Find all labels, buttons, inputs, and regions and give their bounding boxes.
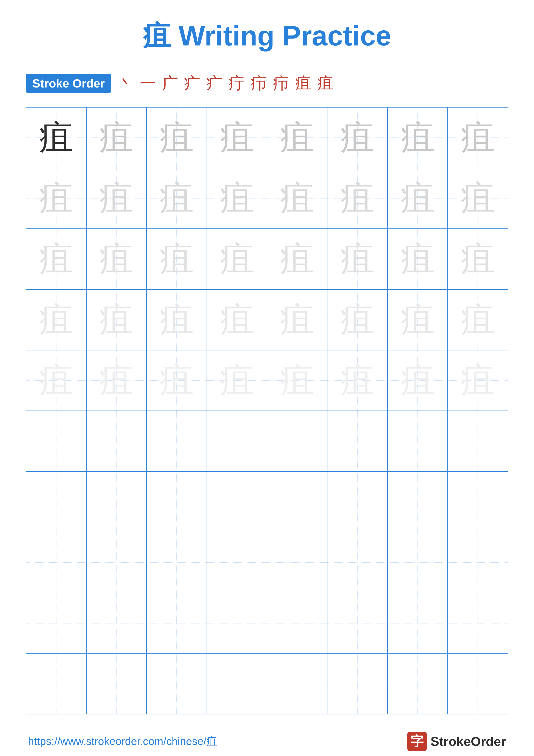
grid-row: 疽 疽 疽 疽 疽 疽 疽 疽 bbox=[26, 168, 508, 229]
grid-cell[interactable] bbox=[87, 532, 147, 593]
grid-cell[interactable]: 疽 bbox=[388, 108, 448, 168]
grid-cell[interactable] bbox=[87, 411, 147, 471]
grid-cell[interactable]: 疽 bbox=[448, 108, 508, 168]
grid-cell[interactable] bbox=[448, 593, 508, 653]
grid-cell[interactable]: 疽 bbox=[87, 350, 147, 411]
grid-cell[interactable] bbox=[207, 593, 267, 653]
grid-cell[interactable] bbox=[448, 411, 508, 471]
page-title: 疽 Writing Practice bbox=[26, 17, 508, 55]
grid-cell[interactable]: 疽 bbox=[147, 168, 207, 229]
grid-cell[interactable]: 疽 bbox=[327, 350, 388, 411]
grid-cell[interactable] bbox=[147, 532, 207, 593]
grid-cell[interactable] bbox=[448, 472, 508, 532]
grid-cell[interactable] bbox=[26, 593, 87, 653]
grid-cell[interactable] bbox=[327, 472, 388, 532]
grid-cell[interactable]: 疽 bbox=[207, 229, 267, 289]
grid-cell[interactable]: 疽 bbox=[26, 168, 87, 229]
grid-cell[interactable] bbox=[327, 532, 388, 593]
grid-cell[interactable]: 疽 bbox=[448, 350, 508, 411]
grid-cell[interactable]: 疽 bbox=[26, 229, 87, 289]
grid-cell[interactable] bbox=[147, 411, 207, 471]
grid-cell[interactable]: 疽 bbox=[87, 168, 147, 229]
grid-cell[interactable]: 疽 bbox=[267, 108, 328, 168]
grid-cell[interactable] bbox=[327, 411, 388, 471]
grid-cell[interactable]: 疽 bbox=[26, 290, 87, 350]
grid-cell[interactable] bbox=[207, 532, 267, 593]
grid-row: 疽 疽 疽 疽 疽 疽 疽 疽 bbox=[26, 108, 508, 168]
grid-cell[interactable]: 疽 bbox=[87, 108, 147, 168]
grid-cell[interactable] bbox=[207, 472, 267, 532]
grid-row bbox=[26, 593, 508, 654]
grid-cell[interactable]: 疽 bbox=[327, 168, 388, 229]
grid-cell[interactable] bbox=[147, 654, 207, 714]
grid-row bbox=[26, 654, 508, 714]
grid-cell[interactable]: 疽 bbox=[26, 108, 87, 168]
brand-text: StrokeOrder bbox=[431, 734, 506, 749]
grid-cell[interactable]: 疽 bbox=[267, 168, 328, 229]
grid-cell[interactable]: 疽 bbox=[448, 229, 508, 289]
grid-cell[interactable]: 疽 bbox=[207, 350, 267, 411]
grid-cell[interactable] bbox=[327, 593, 388, 653]
grid-cell[interactable] bbox=[448, 654, 508, 714]
grid-cell[interactable]: 疽 bbox=[448, 290, 508, 350]
stroke-order-badge: Stroke Order bbox=[26, 74, 111, 93]
grid-cell[interactable] bbox=[388, 411, 448, 471]
grid-cell[interactable]: 疽 bbox=[267, 229, 328, 289]
grid-cell[interactable] bbox=[147, 593, 207, 653]
grid-cell[interactable]: 疽 bbox=[388, 229, 448, 289]
grid-cell[interactable] bbox=[267, 593, 328, 653]
grid-cell[interactable] bbox=[388, 654, 448, 714]
grid-cell[interactable]: 疽 bbox=[327, 108, 388, 168]
grid-cell[interactable]: 疽 bbox=[207, 168, 267, 229]
grid-cell[interactable] bbox=[267, 532, 328, 593]
grid-cell[interactable]: 疽 bbox=[147, 350, 207, 411]
page: 疽 Writing Practice Stroke Order 丶 一 广 疒 … bbox=[0, 0, 534, 756]
stroke-order-row: Stroke Order 丶 一 广 疒 疒 疔 疖 疖 疽 疽 bbox=[26, 72, 508, 94]
grid-cell[interactable] bbox=[26, 654, 87, 714]
grid-cell[interactable]: 疽 bbox=[147, 229, 207, 289]
stroke-order-chars: 丶 一 广 疒 疒 疔 疖 疖 疽 疽 bbox=[117, 72, 337, 94]
grid-cell[interactable]: 疽 bbox=[327, 229, 388, 289]
grid-row bbox=[26, 472, 508, 532]
grid-cell[interactable]: 疽 bbox=[267, 350, 328, 411]
grid-row: 疽 疽 疽 疽 疽 疽 疽 疽 bbox=[26, 350, 508, 411]
grid-cell[interactable] bbox=[388, 472, 448, 532]
grid-cell[interactable]: 疽 bbox=[388, 290, 448, 350]
grid-cell[interactable] bbox=[147, 472, 207, 532]
grid-cell[interactable] bbox=[267, 411, 328, 471]
grid-row: 疽 疽 疽 疽 疽 疽 疽 疽 bbox=[26, 229, 508, 290]
grid-cell[interactable]: 疽 bbox=[388, 168, 448, 229]
footer: https://www.strokeorder.com/chinese/疽 字 … bbox=[26, 732, 508, 751]
grid-cell[interactable] bbox=[26, 411, 87, 471]
grid-cell[interactable] bbox=[388, 532, 448, 593]
grid-cell[interactable] bbox=[26, 472, 87, 532]
grid-cell[interactable]: 疽 bbox=[147, 108, 207, 168]
grid-cell[interactable] bbox=[388, 593, 448, 653]
footer-brand: 字 StrokeOrder bbox=[407, 732, 506, 751]
grid-cell[interactable] bbox=[267, 472, 328, 532]
grid-cell[interactable] bbox=[207, 411, 267, 471]
grid-row: 疽 疽 疽 疽 疽 疽 疽 疽 bbox=[26, 290, 508, 350]
grid-cell[interactable] bbox=[267, 654, 328, 714]
grid-cell[interactable]: 疽 bbox=[147, 290, 207, 350]
grid-row bbox=[26, 532, 508, 593]
grid-cell[interactable]: 疽 bbox=[26, 350, 87, 411]
practice-grid: 疽 疽 疽 疽 疽 疽 疽 疽 疽 疽 疽 疽 疽 疽 疽 疽 疽 疽 疽 疽 … bbox=[26, 107, 508, 715]
footer-url[interactable]: https://www.strokeorder.com/chinese/疽 bbox=[28, 734, 217, 749]
grid-cell[interactable] bbox=[327, 654, 388, 714]
grid-cell[interactable] bbox=[87, 472, 147, 532]
grid-row bbox=[26, 411, 508, 472]
grid-cell[interactable] bbox=[87, 593, 147, 653]
grid-cell[interactable]: 疽 bbox=[87, 290, 147, 350]
grid-cell[interactable] bbox=[26, 532, 87, 593]
grid-cell[interactable] bbox=[448, 532, 508, 593]
grid-cell[interactable]: 疽 bbox=[267, 290, 328, 350]
grid-cell[interactable]: 疽 bbox=[327, 290, 388, 350]
grid-cell[interactable]: 疽 bbox=[87, 229, 147, 289]
grid-cell[interactable] bbox=[87, 654, 147, 714]
grid-cell[interactable]: 疽 bbox=[448, 168, 508, 229]
grid-cell[interactable]: 疽 bbox=[207, 290, 267, 350]
grid-cell[interactable]: 疽 bbox=[388, 350, 448, 411]
grid-cell[interactable] bbox=[207, 654, 267, 714]
grid-cell[interactable]: 疽 bbox=[207, 108, 267, 168]
